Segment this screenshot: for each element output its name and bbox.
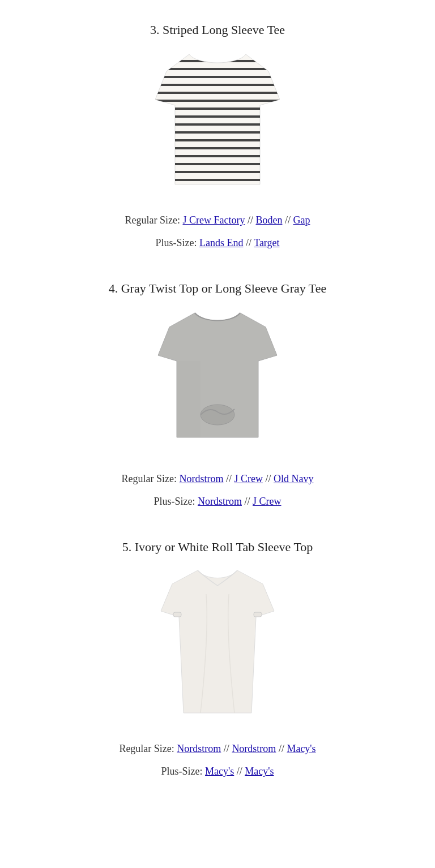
- svg-rect-4: [155, 92, 280, 94]
- separator: //: [246, 237, 254, 248]
- item-3-regular-links: Regular Size: J Crew Factory // Boden //…: [34, 210, 401, 230]
- svg-rect-9: [155, 131, 280, 134]
- item-5-plus-label: Plus-Size:: [161, 766, 206, 777]
- svg-point-16: [201, 405, 234, 425]
- svg-rect-1: [155, 68, 280, 70]
- svg-rect-13: [155, 163, 280, 165]
- item-section-3: 3. Striped Long Sleeve Tee: [34, 23, 401, 253]
- svg-rect-15: [155, 179, 280, 181]
- item-image-3: [34, 49, 401, 196]
- link-nordstrom-4[interactable]: Nordstrom: [232, 743, 276, 754]
- item-5-regular-label: Regular Size:: [119, 743, 177, 754]
- item-section-4: 4. Gray Twist Top or Long Sleeve Gray Te…: [34, 281, 401, 512]
- item-4-links: Regular Size: Nordstrom // J Crew // Old…: [34, 469, 401, 512]
- svg-rect-18: [254, 612, 262, 617]
- link-nordstrom-3[interactable]: Nordstrom: [177, 743, 221, 754]
- svg-rect-14: [155, 171, 280, 173]
- svg-rect-6: [155, 108, 280, 110]
- link-boden[interactable]: Boden: [255, 214, 282, 226]
- svg-rect-17: [173, 612, 181, 617]
- item-3-plus-links: Plus-Size: Lands End // Target: [34, 233, 401, 253]
- separator: //: [224, 743, 232, 754]
- svg-rect-12: [155, 155, 280, 157]
- item-image-5: [34, 566, 401, 724]
- svg-rect-10: [155, 139, 280, 141]
- link-jcrew-1[interactable]: J Crew: [234, 473, 263, 484]
- link-lands-end[interactable]: Lands End: [199, 237, 243, 248]
- svg-rect-7: [155, 115, 280, 118]
- striped-tee-svg: [155, 49, 280, 196]
- separator: //: [265, 473, 274, 484]
- item-4-plus-links: Plus-Size: Nordstrom // J Crew: [34, 491, 401, 512]
- link-jcrew-2[interactable]: J Crew: [253, 496, 282, 507]
- ivory-top-svg: [155, 566, 280, 724]
- link-gap[interactable]: Gap: [293, 214, 310, 226]
- link-jcrew-factory[interactable]: J Crew Factory: [182, 214, 245, 226]
- item-4-plus-label: Plus-Size:: [153, 496, 198, 507]
- item-section-5: 5. Ivory or White Roll Tab Sleeve Top Re…: [34, 540, 401, 781]
- item-3-regular-label: Regular Size:: [125, 214, 183, 226]
- item-5-links: Regular Size: Nordstrom // Nordstrom // …: [34, 738, 401, 781]
- link-macys-3[interactable]: Macy's: [245, 766, 274, 777]
- separator: //: [285, 214, 293, 226]
- svg-rect-5: [155, 100, 280, 102]
- link-macys-2[interactable]: Macy's: [205, 766, 234, 777]
- item-3-plus-label: Plus-Size:: [155, 237, 199, 248]
- link-target[interactable]: Target: [254, 237, 279, 248]
- svg-rect-11: [155, 147, 280, 149]
- link-nordstrom-1[interactable]: Nordstrom: [179, 473, 223, 484]
- item-3-links: Regular Size: J Crew Factory // Boden //…: [34, 210, 401, 253]
- svg-rect-8: [155, 123, 280, 126]
- separator: //: [226, 473, 234, 484]
- separator: //: [245, 496, 253, 507]
- link-nordstrom-2[interactable]: Nordstrom: [198, 496, 242, 507]
- item-title-4: 4. Gray Twist Top or Long Sleeve Gray Te…: [34, 281, 401, 296]
- gray-top-svg: [155, 307, 280, 454]
- item-4-regular-links: Regular Size: Nordstrom // J Crew // Old…: [34, 469, 401, 489]
- link-old-navy[interactable]: Old Navy: [274, 473, 314, 484]
- item-4-regular-label: Regular Size:: [121, 473, 179, 484]
- separator: //: [248, 214, 256, 226]
- separator: //: [237, 766, 245, 777]
- item-title-3: 3. Striped Long Sleeve Tee: [34, 23, 401, 37]
- svg-rect-2: [155, 76, 280, 78]
- separator: //: [279, 743, 287, 754]
- item-5-regular-links: Regular Size: Nordstrom // Nordstrom // …: [34, 738, 401, 759]
- svg-rect-3: [155, 84, 280, 86]
- item-image-4: [34, 307, 401, 454]
- page-container: 3. Striped Long Sleeve Tee: [0, 0, 435, 832]
- item-title-5: 5. Ivory or White Roll Tab Sleeve Top: [34, 540, 401, 555]
- svg-rect-0: [155, 60, 280, 62]
- link-macys-1[interactable]: Macy's: [287, 743, 315, 754]
- item-5-plus-links: Plus-Size: Macy's // Macy's: [34, 761, 401, 781]
